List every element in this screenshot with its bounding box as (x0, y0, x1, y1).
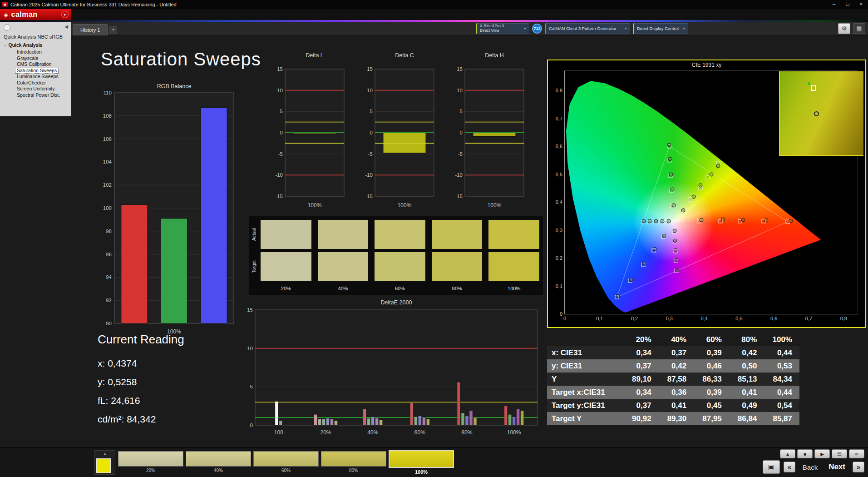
pattern-swatch-40%[interactable]: 40% (186, 451, 251, 473)
svg-text:104: 104 (103, 159, 112, 164)
close-button[interactable]: × (854, 0, 868, 9)
chevron-down-icon: ▼ (680, 27, 686, 30)
brand-row: ◈ calman ▼ (0, 9, 868, 20)
table-value-cell: 86,84 (729, 414, 764, 423)
current-reading-title: Current Reading (98, 333, 184, 347)
svg-text:0: 0 (460, 130, 463, 135)
table-value-cell: 0,46 (694, 362, 729, 371)
meter-dropdown[interactable]: X-Rite i1Pro 3 Direct View ▼ (476, 23, 529, 34)
swatch-color (118, 451, 183, 467)
sidebar-item-screen-uniformity[interactable]: Screen Uniformity (15, 86, 56, 92)
main-menu-button[interactable]: ▼ (61, 11, 69, 18)
loop-button[interactable]: ∞ (849, 449, 864, 458)
svg-text:80%: 80% (461, 429, 472, 436)
svg-text:60%: 60% (414, 429, 425, 436)
table-row-y-cie31: y: CIE310,370,420,460,500,53 (547, 359, 799, 373)
sidebar-item-introduction[interactable]: Introduction (15, 50, 43, 55)
title-bar: ◈ Calman 2025 Calman Ultimate for Busine… (0, 0, 868, 9)
sidebar-collapse-button[interactable]: ◀ (64, 24, 68, 29)
target-patch-40% (318, 252, 369, 281)
actual-patch-100% (488, 220, 539, 249)
patch-row-label-actual: Actual (252, 220, 258, 249)
reading-y: y: 0,5258 (98, 373, 184, 391)
pattern-preview-swatch (96, 458, 111, 473)
sidebar-item-grayscale[interactable]: Grayscale (15, 56, 39, 61)
table-value-cell: 0,44 (764, 348, 799, 358)
cie-target-point (705, 175, 710, 179)
svg-text:102: 102 (103, 182, 112, 188)
table-header-cell: 60% (694, 335, 729, 344)
eject-button[interactable]: ▲ (780, 449, 795, 458)
sidebar-item-colorchecker[interactable]: ColorChecker (15, 80, 47, 86)
table-header-cell: 20% (623, 335, 659, 344)
display-control-dropdown[interactable]: Direct Display Control ▼ (633, 23, 688, 34)
next-chevron-button[interactable]: » (853, 462, 864, 472)
table-header-cell: 40% (659, 335, 694, 344)
app-window: ◈ Calman 2025 Calman Ultimate for Busine… (0, 0, 868, 477)
transport-row-top: ▲ ■ ▶ ▤ ∞ (780, 449, 864, 458)
svg-text:0: 0 (370, 130, 373, 135)
back-button[interactable]: Back (803, 463, 818, 471)
delta-l-chart: Delta L-15-10-5051015100% (269, 51, 347, 215)
play-button[interactable]: ▶ (814, 449, 830, 458)
cie-measured-point (674, 248, 678, 253)
window-title: Calman 2025 Calman Ultimate for Business… (10, 2, 177, 7)
inset-measured-marker (814, 111, 819, 116)
patch-grid: 20%40%60%80%100% (261, 220, 539, 293)
table-value-cell: 87,95 (694, 414, 729, 423)
tab-history-1[interactable]: History 1 (73, 24, 108, 35)
cie-measured-point (692, 194, 696, 199)
sidebar-menu-button[interactable] (4, 24, 10, 31)
pattern-swatch-20%[interactable]: 20% (118, 451, 183, 473)
cie-y-tick: 0,4 (556, 199, 562, 205)
back-chevron-button[interactable]: « (784, 462, 795, 472)
add-tab-button[interactable]: + (109, 26, 117, 34)
settings-button[interactable]: ⚙ (838, 23, 850, 34)
maximize-button[interactable]: □ (841, 0, 854, 9)
pattern-generator-label: CalMAN Client 3 Pattern Generator (549, 26, 616, 31)
sidebar-item-luminance-sweeps[interactable]: Luminance Sweeps (15, 74, 60, 80)
sidebar-item-saturation-sweeps[interactable]: Saturation Sweeps (15, 68, 58, 74)
table-row-label: y: CIE31 (547, 362, 623, 371)
svg-text:-5: -5 (278, 151, 283, 157)
svg-text:15: 15 (457, 66, 463, 72)
actual-patch-40% (318, 220, 369, 249)
tree-expander-icon[interactable]: - (5, 42, 6, 48)
pattern-swatch-100%[interactable]: 100% (389, 451, 454, 475)
pattern-preview[interactable]: ▲ (94, 450, 115, 475)
pattern-swatch-60%[interactable]: 60% (253, 451, 319, 473)
sidebar-item-spectral-power-dist[interactable]: Spectral Power Dist. (15, 93, 61, 98)
svg-text:15: 15 (277, 66, 283, 72)
sidebar-item-cms-calibration[interactable]: CMS Calibration (15, 62, 53, 67)
pattern-window-button[interactable]: ▣ (763, 460, 780, 474)
svg-text:96: 96 (106, 252, 112, 257)
next-button[interactable]: Next (829, 462, 845, 472)
table-value-cell: 0,34 (623, 388, 659, 397)
transport-controls: ▲ ■ ▶ ▤ ∞ ▣ « Back Next » (763, 449, 864, 474)
cie-measured-point (642, 262, 646, 266)
swatch-label: 60% (253, 468, 319, 473)
stop-button[interactable]: ■ (797, 449, 813, 458)
cie-chart-title: CIE 1931 xy (548, 62, 865, 68)
app-icon: ◈ (2, 2, 8, 7)
gear-icon: ⚙ (842, 25, 847, 32)
tree-root-quick-analysis[interactable]: -Quick Analysis (5, 42, 42, 48)
layout-button[interactable]: ▦ (853, 23, 865, 34)
workflow-sidebar: ◀ Quick Analysis NBC sRGB -Quick Analysi… (0, 22, 71, 116)
save-button[interactable]: ▤ (832, 449, 847, 458)
cie-zoom-inset (779, 71, 863, 156)
table-header-cell: 100% (764, 335, 799, 344)
pattern-swatch-80%[interactable]: 80% (321, 451, 386, 473)
pattern-generator-dropdown[interactable]: CalMAN Client 3 Pattern Generator ▼ (545, 23, 630, 34)
table-value-cell: 90,92 (623, 414, 659, 423)
svg-text:100%: 100% (488, 202, 502, 209)
svg-text:10: 10 (247, 346, 253, 351)
meter-mode: Direct View (480, 29, 504, 33)
swatch-label: 40% (186, 468, 251, 473)
pattern-swatch-bar: 20%40%60%80%100% (118, 451, 454, 475)
minimize-button[interactable]: – (827, 0, 841, 9)
swatch-color (321, 451, 386, 467)
meter-count-badge[interactable]: 712 (532, 24, 542, 34)
svg-text:98: 98 (106, 229, 112, 234)
bottom-bar: ▲ 20%40%60%80%100% ▲ ■ ▶ ▤ ∞ ▣ « Back Ne… (0, 447, 868, 477)
